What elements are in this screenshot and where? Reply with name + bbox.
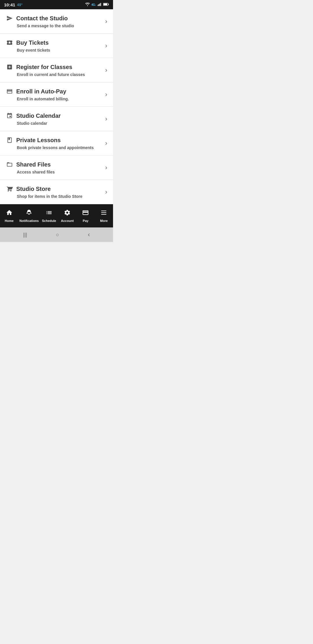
nav-item-home[interactable]: Home	[0, 204, 18, 227]
svg-rect-9	[101, 214, 106, 215]
chevron-icon: ›	[105, 18, 107, 25]
schedule-icon	[46, 209, 52, 218]
notebook-icon	[6, 136, 13, 144]
svg-rect-7	[101, 211, 106, 211]
nav-item-pay[interactable]: Pay	[77, 204, 95, 227]
send-icon	[6, 15, 13, 22]
chevron-icon: ›	[105, 164, 107, 171]
nav-item-notifications[interactable]: Notifications	[18, 204, 40, 227]
more-icon	[100, 209, 107, 218]
shopping-cart-icon	[6, 185, 13, 193]
schedule-label: Schedule	[42, 219, 56, 222]
calendar-icon	[6, 112, 13, 120]
status-temperature: 49°	[17, 3, 23, 7]
wifi-icon	[85, 3, 90, 7]
svg-rect-8	[101, 212, 106, 213]
status-bar: 10:41 49° 4G↓	[0, 0, 113, 9]
home-icon	[6, 209, 13, 218]
pay-label: Pay	[83, 219, 89, 222]
ticket-icon	[6, 39, 13, 46]
svg-rect-3	[100, 3, 101, 6]
main-content: Contact the Studio Send a message to the…	[0, 9, 113, 204]
chevron-icon: ›	[105, 66, 107, 74]
status-icons: 4G↓	[85, 2, 109, 7]
chevron-icon: ›	[105, 115, 107, 123]
svg-rect-0	[98, 5, 98, 6]
status-time: 10:41	[4, 2, 15, 7]
buy-tickets-subtitle: Buy event tickets	[17, 48, 105, 53]
credit-card-icon	[6, 88, 13, 95]
buy-tickets-title: Buy Tickets	[16, 39, 49, 46]
4g-icon: 4G↓	[91, 3, 96, 6]
nav-item-more[interactable]: More	[95, 204, 113, 227]
pay-icon	[82, 209, 89, 218]
android-back-button[interactable]: ‹	[83, 229, 94, 241]
android-nav: ||| ○ ‹	[0, 227, 113, 242]
account-icon	[64, 209, 71, 218]
notifications-icon	[26, 209, 32, 218]
svg-rect-1	[99, 4, 99, 6]
menu-item-autopay[interactable]: Enroll in Auto-Pay Enroll in automated b…	[0, 82, 113, 107]
menu-item-contact-studio[interactable]: Contact the Studio Send a message to the…	[0, 9, 113, 34]
battery-icon	[103, 2, 109, 7]
svg-rect-2	[99, 3, 100, 6]
account-label: Account	[61, 219, 74, 222]
private-lessons-subtitle: Book private lessons and appointments	[17, 145, 105, 150]
contact-studio-title: Contact the Studio	[16, 15, 68, 22]
more-label: More	[100, 219, 108, 222]
menu-item-register-classes[interactable]: Register for Classes Enroll in current a…	[0, 58, 113, 82]
autopay-title: Enroll in Auto-Pay	[16, 88, 66, 95]
menu-item-private-lessons[interactable]: Private Lessons Book private lessons and…	[0, 131, 113, 155]
register-classes-subtitle: Enroll in current and future classes	[17, 72, 105, 77]
menu-item-shared-files[interactable]: Shared Files Access shared files ›	[0, 155, 113, 180]
nav-item-account[interactable]: Account	[58, 204, 77, 227]
chevron-icon: ›	[105, 42, 107, 50]
bottom-nav: Home Notifications Schedule Account	[0, 204, 113, 227]
studio-store-title: Studio Store	[16, 186, 51, 192]
menu-item-studio-store[interactable]: Studio Store Shop for items in the Studi…	[0, 180, 113, 204]
chevron-icon: ›	[105, 188, 107, 196]
chevron-icon: ›	[105, 91, 107, 98]
studio-store-subtitle: Shop for items in the Studio Store	[17, 194, 105, 199]
register-classes-title: Register for Classes	[16, 64, 72, 70]
folder-icon	[6, 161, 13, 168]
chevron-icon: ›	[105, 140, 107, 147]
android-home-button[interactable]: ○	[51, 229, 64, 240]
shared-files-subtitle: Access shared files	[17, 170, 105, 174]
svg-rect-5	[108, 4, 109, 5]
autopay-subtitle: Enroll in automated billing.	[17, 97, 105, 101]
private-lessons-title: Private Lessons	[16, 137, 61, 144]
home-label: Home	[5, 219, 14, 222]
android-recents-button[interactable]: |||	[19, 229, 32, 240]
calendar-title: Studio Calendar	[16, 113, 61, 119]
shared-files-title: Shared Files	[16, 161, 51, 168]
calendar-subtitle: Studio calendar	[17, 121, 105, 126]
menu-item-calendar[interactable]: Studio Calendar Studio calendar ›	[0, 107, 113, 131]
notifications-label: Notifications	[19, 219, 39, 222]
plus-icon	[6, 63, 13, 71]
signal-icon	[98, 3, 102, 7]
nav-item-schedule[interactable]: Schedule	[40, 204, 58, 227]
menu-item-buy-tickets[interactable]: Buy Tickets Buy event tickets ›	[0, 34, 113, 58]
svg-rect-6	[103, 3, 107, 5]
contact-studio-subtitle: Send a message to the studio	[17, 23, 105, 28]
